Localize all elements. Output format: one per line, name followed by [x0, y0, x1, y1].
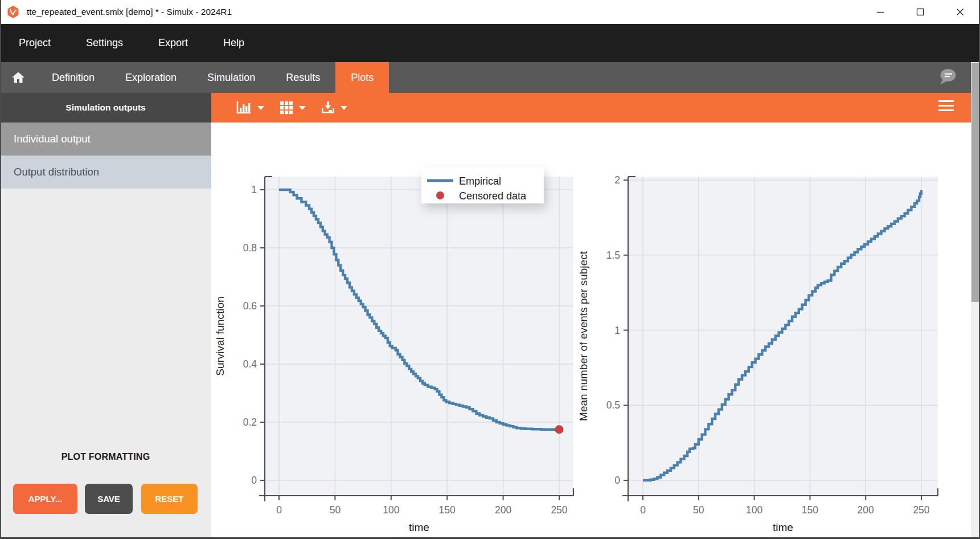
tick-label-y: 1.5 — [606, 250, 620, 261]
tick-label-y: 0.8 — [243, 242, 257, 254]
window-title: tte_repeated_event.smlx [demo] * - Simul… — [27, 7, 232, 17]
tick-label-y: 1 — [614, 325, 620, 336]
menu-help[interactable]: Help — [223, 37, 244, 49]
tick-label-y: 0 — [614, 475, 620, 486]
tick-label-x: 0 — [276, 504, 282, 516]
legend-label: Empirical — [459, 175, 501, 187]
tick-label-x: 200 — [858, 504, 874, 516]
tick-label-y: 0 — [251, 475, 257, 486]
menu-settings[interactable]: Settings — [86, 37, 123, 49]
legend-dot-sample — [436, 191, 444, 199]
tick-label-x: 250 — [913, 504, 929, 516]
tick-label-x: 0 — [640, 504, 646, 516]
title-bar: tte_repeated_event.smlx [demo] * - Simul… — [0, 0, 980, 24]
tick-label-y: 1 — [251, 184, 257, 195]
chart-mean-events: 05010015020025000.511.52timeMean number … — [577, 174, 938, 533]
sidebar-item-individual-output[interactable]: Individual output — [0, 122, 211, 156]
layout-grid-dropdown[interactable] — [279, 100, 306, 115]
tick-label-x: 150 — [439, 504, 456, 516]
download-dropdown[interactable] — [321, 100, 347, 115]
feedback-button[interactable] — [938, 68, 958, 88]
tick-label-y: 0.6 — [243, 300, 257, 312]
plot-formatting-buttons: APPLY... SAVE RESET — [13, 484, 198, 514]
chart-type-icon — [235, 100, 252, 115]
minimize-icon — [876, 8, 884, 16]
minimize-button[interactable] — [860, 0, 900, 24]
charts-area: 05010015020025000.20.40.60.81timeSurviva… — [212, 122, 971, 539]
charts-canvas: 05010015020025000.20.40.60.81timeSurviva… — [212, 122, 971, 539]
legend: EmpiricalCensored data — [421, 167, 544, 203]
tab-simulation[interactable]: Simulation — [192, 62, 270, 93]
tab-definition[interactable]: Definition — [36, 62, 110, 93]
scrollbar-thumb[interactable] — [971, 63, 979, 302]
menu-project[interactable]: Project — [19, 37, 51, 49]
save-button[interactable]: SAVE — [85, 484, 133, 514]
censored-data-point — [555, 425, 564, 434]
sub-header-row: Simulation outputs — [0, 93, 980, 122]
vertical-scrollbar — [971, 62, 980, 539]
tick-label-x: 200 — [495, 504, 511, 516]
tab-results[interactable]: Results — [270, 62, 335, 93]
reset-button[interactable]: RESET — [141, 484, 198, 514]
hamburger-icon — [938, 100, 954, 102]
plot-formatting-title: PLOT FORMATTING — [0, 452, 211, 462]
tick-label-x: 150 — [802, 504, 818, 516]
menu-bar: Project Settings Export Help — [0, 24, 980, 62]
sidebar: Individual output Output distribution PL… — [0, 122, 211, 539]
chevron-down-icon — [341, 106, 347, 110]
tick-label-x: 50 — [330, 504, 341, 516]
simulx-window: tte_repeated_event.smlx [demo] * - Simul… — [0, 0, 980, 539]
tab-bar: Definition Exploration Simulation Result… — [0, 62, 980, 93]
chevron-down-icon — [257, 106, 264, 110]
maximize-icon — [916, 8, 924, 16]
tick-label-x: 100 — [383, 504, 399, 516]
layout-grid-icon — [279, 100, 294, 115]
plot-area — [265, 177, 573, 496]
x-axis-label: time — [409, 521, 429, 533]
tick-label-y: 2 — [614, 174, 620, 186]
home-button[interactable] — [0, 62, 36, 93]
home-icon — [11, 71, 26, 84]
tick-label-x: 100 — [746, 504, 762, 516]
legend-label: Censored data — [459, 190, 527, 202]
sidebar-item-output-distribution[interactable]: Output distribution — [0, 156, 211, 189]
sidebar-section-title: Simulation outputs — [0, 93, 211, 122]
chat-bubble-icon — [938, 68, 958, 86]
chevron-down-icon — [299, 106, 306, 110]
plots-toolbar — [211, 93, 980, 122]
tick-label-y: 0.4 — [243, 358, 257, 370]
simulx-logo-icon — [6, 5, 20, 19]
tab-exploration[interactable]: Exploration — [110, 62, 192, 93]
chart-survival: 05010015020025000.20.40.60.81timeSurviva… — [214, 167, 573, 533]
close-icon — [956, 8, 964, 16]
x-axis-label: time — [773, 521, 793, 533]
window-controls — [860, 0, 980, 24]
y-axis-label: Mean number of events per subject — [577, 251, 589, 421]
close-button[interactable] — [940, 0, 980, 24]
chart-type-dropdown[interactable] — [235, 100, 264, 115]
maximize-button[interactable] — [900, 0, 940, 24]
y-axis-label: Survival function — [214, 296, 226, 375]
tick-label-y: 0.5 — [606, 399, 620, 411]
tick-label-y: 0.2 — [243, 416, 257, 428]
tab-plots[interactable]: Plots — [335, 62, 389, 93]
plot-settings-menu-button[interactable] — [938, 100, 954, 114]
apply-button[interactable]: APPLY... — [13, 484, 77, 514]
tick-label-x: 50 — [693, 504, 704, 516]
menu-export[interactable]: Export — [158, 37, 188, 49]
download-icon — [321, 100, 335, 115]
tick-label-x: 250 — [551, 504, 567, 516]
